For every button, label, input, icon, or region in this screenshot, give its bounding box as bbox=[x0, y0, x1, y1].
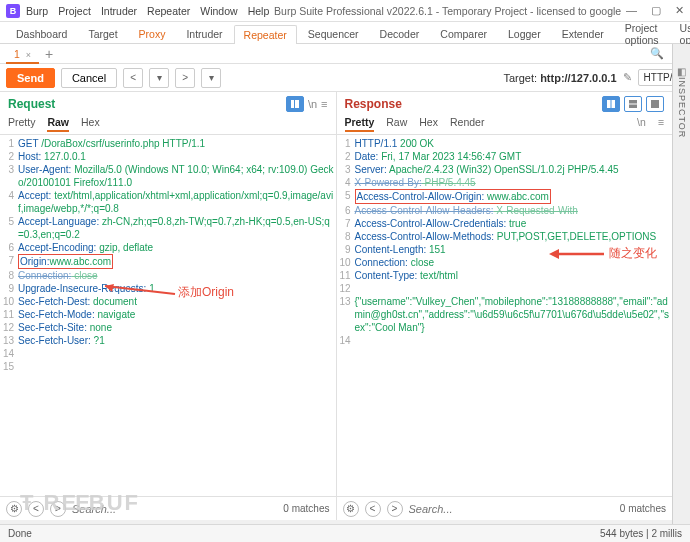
add-subtab-button[interactable]: + bbox=[39, 46, 59, 62]
inspector-toggle-icon[interactable]: ◧ bbox=[677, 66, 686, 77]
send-button[interactable]: Send bbox=[6, 68, 55, 88]
svg-rect-7 bbox=[629, 105, 637, 109]
wordwrap-icon[interactable]: \n bbox=[308, 98, 317, 110]
tab-repeater[interactable]: Repeater bbox=[234, 25, 297, 44]
tab-intruder[interactable]: Intruder bbox=[176, 24, 232, 43]
response-tab-hex[interactable]: Hex bbox=[419, 114, 438, 132]
editor-line[interactable]: 2Date: Fri, 17 Mar 2023 14:56:47 GMT bbox=[337, 150, 671, 163]
layout-toggle-icon[interactable] bbox=[286, 96, 304, 112]
inspector-panel[interactable]: ◧ INSPECTOR bbox=[672, 44, 690, 524]
cancel-button[interactable]: Cancel bbox=[61, 68, 117, 88]
menu-repeater[interactable]: Repeater bbox=[147, 5, 190, 17]
menu-burp[interactable]: Burp bbox=[26, 5, 48, 17]
history-back-button[interactable]: < bbox=[123, 68, 143, 88]
response-tab-raw[interactable]: Raw bbox=[386, 114, 407, 132]
main-tab-bar: Dashboard Target Proxy Intruder Repeater… bbox=[0, 22, 690, 44]
request-view-tabs: Pretty Raw Hex bbox=[0, 112, 336, 135]
editor-line[interactable]: 8Connection: close bbox=[0, 269, 334, 282]
editor-line[interactable]: 8Access-Control-Allow-Methods: PUT,POST,… bbox=[337, 230, 671, 243]
editor-line[interactable]: 6Accept-Encoding: gzip, deflate bbox=[0, 241, 334, 254]
editor-line[interactable]: 13{"username":"Vulkey_Chen","mobilephone… bbox=[337, 295, 671, 334]
menu-help[interactable]: Help bbox=[248, 5, 270, 17]
tab-comparer[interactable]: Comparer bbox=[430, 24, 497, 43]
editor-line[interactable]: 3Server: Apache/2.4.23 (Win32) OpenSSL/1… bbox=[337, 163, 671, 176]
editor-line[interactable]: 2Host: 127.0.0.1 bbox=[0, 150, 334, 163]
response-search-bar: ⚙ < > 0 matches bbox=[337, 496, 673, 520]
response-match-count: 0 matches bbox=[620, 503, 666, 514]
request-tab-raw[interactable]: Raw bbox=[47, 114, 69, 132]
minimize-icon[interactable]: — bbox=[626, 4, 637, 17]
editor-line[interactable]: 14 bbox=[0, 347, 334, 360]
response-tab-render[interactable]: Render bbox=[450, 114, 484, 132]
editor-line[interactable]: 1GET /DoraBox/csrf/userinfo.php HTTP/1.1 bbox=[0, 137, 334, 150]
menu-intruder[interactable]: Intruder bbox=[101, 5, 137, 17]
response-editor[interactable]: 1HTTP/1.1 200 OK2Date: Fri, 17 Mar 2023 … bbox=[337, 135, 673, 496]
tab-proxy[interactable]: Proxy bbox=[129, 24, 176, 43]
history-fwd-button[interactable]: > bbox=[175, 68, 195, 88]
editor-line[interactable]: 11Content-Type: text/html bbox=[337, 269, 671, 282]
edit-target-icon[interactable]: ✎ bbox=[623, 71, 632, 84]
tab-target[interactable]: Target bbox=[78, 24, 127, 43]
editor-line[interactable]: 14 bbox=[337, 334, 671, 347]
search-next-icon[interactable]: > bbox=[387, 501, 403, 517]
editor-line[interactable]: 10Sec-Fetch-Dest: document bbox=[0, 295, 334, 308]
svg-rect-5 bbox=[612, 100, 616, 108]
editor-line[interactable]: 4X-Powered-By: PHP/5.4.45 bbox=[337, 176, 671, 189]
response-tab-pretty[interactable]: Pretty bbox=[345, 114, 375, 132]
response-title: Response bbox=[345, 97, 402, 111]
editor-line[interactable]: 7Access-Control-Allow-Credentials: true bbox=[337, 217, 671, 230]
editor-line[interactable]: 5Access-Control-Allow-Origin: www.abc.co… bbox=[337, 189, 671, 204]
wordwrap-icon[interactable]: \n bbox=[637, 114, 646, 132]
request-pane: Request \n ≡ Pretty Raw Hex 1GET /DoraBo… bbox=[0, 92, 337, 520]
tab-logger[interactable]: Logger bbox=[498, 24, 551, 43]
maximize-icon[interactable]: ▢ bbox=[651, 4, 661, 17]
history-back-menu[interactable]: ▾ bbox=[149, 68, 169, 88]
editor-line[interactable]: 12 bbox=[337, 282, 671, 295]
layout-row-icon[interactable] bbox=[624, 96, 642, 112]
repeater-subtab-1[interactable]: 1 × bbox=[6, 46, 39, 62]
request-tab-hex[interactable]: Hex bbox=[81, 114, 100, 132]
close-icon[interactable]: ✕ bbox=[675, 4, 684, 17]
editor-line[interactable]: 1HTTP/1.1 200 OK bbox=[337, 137, 671, 150]
editor-line[interactable]: 9Content-Length: 151 bbox=[337, 243, 671, 256]
request-editor[interactable]: 1GET /DoraBox/csrf/userinfo.php HTTP/1.1… bbox=[0, 135, 336, 496]
close-subtab-icon[interactable]: × bbox=[26, 50, 31, 60]
menu-bar: Burp Project Intruder Repeater Window He… bbox=[26, 5, 269, 17]
editor-line[interactable]: 3User-Agent: Mozilla/5.0 (Windows NT 10.… bbox=[0, 163, 334, 189]
history-fwd-menu[interactable]: ▾ bbox=[201, 68, 221, 88]
status-left: Done bbox=[8, 528, 32, 539]
menu-project[interactable]: Project bbox=[58, 5, 91, 17]
editor-line[interactable]: 11Sec-Fetch-Mode: navigate bbox=[0, 308, 334, 321]
editor-line[interactable]: 13Sec-Fetch-User: ?1 bbox=[0, 334, 334, 347]
menu-window[interactable]: Window bbox=[200, 5, 237, 17]
search-icon[interactable]: 🔍 bbox=[650, 47, 664, 60]
tab-extender[interactable]: Extender bbox=[552, 24, 614, 43]
response-view-tabs: Pretty Raw Hex Render \n ≡ bbox=[337, 112, 673, 135]
layout-single-icon[interactable] bbox=[646, 96, 664, 112]
editor-line[interactable]: 5Accept-Language: zh-CN,zh;q=0.8,zh-TW;q… bbox=[0, 215, 334, 241]
editor-line[interactable]: 12Sec-Fetch-Site: none bbox=[0, 321, 334, 334]
editor-line[interactable]: 6Access-Control-Allow-Headers: X-Request… bbox=[337, 204, 671, 217]
more-icon[interactable]: ≡ bbox=[658, 114, 664, 132]
editor-line[interactable]: 9Upgrade-Insecure-Requests: 1 bbox=[0, 282, 334, 295]
editor-line[interactable]: 15 bbox=[0, 360, 334, 373]
request-tab-pretty[interactable]: Pretty bbox=[8, 114, 35, 132]
editor-line[interactable]: 10Connection: close bbox=[337, 256, 671, 269]
window-title: Burp Suite Professional v2022.6.1 - Temp… bbox=[269, 5, 626, 17]
tab-sequencer[interactable]: Sequencer bbox=[298, 24, 369, 43]
window-controls: — ▢ ✕ bbox=[626, 4, 684, 17]
response-search-input[interactable] bbox=[409, 503, 614, 515]
editor-line[interactable]: 7Origin:www.abc.com bbox=[0, 254, 334, 269]
titlebar: B Burp Project Intruder Repeater Window … bbox=[0, 0, 690, 22]
svg-rect-8 bbox=[651, 100, 659, 108]
more-icon[interactable]: ≡ bbox=[321, 98, 327, 110]
svg-rect-0 bbox=[291, 100, 294, 108]
search-settings-icon[interactable]: ⚙ bbox=[343, 501, 359, 517]
editor-line[interactable]: 4Accept: text/html,application/xhtml+xml… bbox=[0, 189, 334, 215]
repeater-toolbar: Send Cancel < ▾ > ▾ Target: http://127.0… bbox=[0, 64, 690, 92]
tab-dashboard[interactable]: Dashboard bbox=[6, 24, 77, 43]
tab-project-options[interactable]: Project options bbox=[615, 18, 669, 49]
tab-decoder[interactable]: Decoder bbox=[370, 24, 430, 43]
layout-col-icon[interactable] bbox=[602, 96, 620, 112]
search-prev-icon[interactable]: < bbox=[365, 501, 381, 517]
